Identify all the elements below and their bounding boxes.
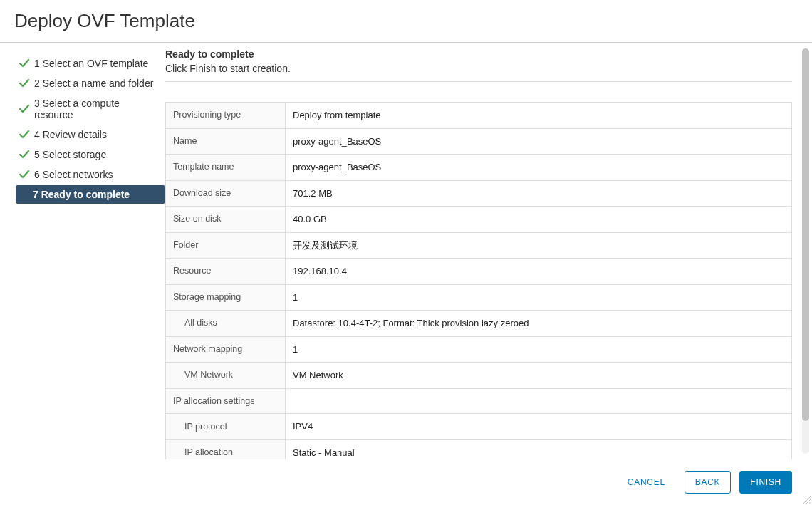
wizard-step-label: 4 Review details (34, 129, 107, 140)
wizard-step-label: 1 Select an OVF template (34, 58, 148, 69)
wizard-step-2[interactable]: 2 Select a name and folder (16, 74, 165, 93)
wizard-step-5[interactable]: 5 Select storage (16, 145, 165, 164)
wizard-step-3[interactable]: 3 Select a compute resource (16, 94, 165, 124)
ovf-deploy-dialog: Deploy OVF Template 1 Select an OVF temp… (0, 0, 812, 505)
summary-value: Deploy from template (286, 103, 792, 129)
wizard-step-6[interactable]: 6 Select networks (16, 165, 165, 184)
summary-row: Nameproxy-agent_BaseOS (166, 128, 792, 155)
summary-value: 40.0 GB (286, 207, 792, 233)
summary-row: Size on disk40.0 GB (166, 207, 792, 233)
wizard-step-4[interactable]: 4 Review details (16, 125, 165, 144)
summary-key: Size on disk (166, 207, 286, 233)
wizard-step-label: 5 Select storage (34, 149, 106, 160)
summary-key: Folder (166, 232, 286, 259)
content-wrap: Ready to complete Click Finish to start … (165, 43, 812, 459)
wizard-step-label: 6 Select networks (34, 169, 113, 180)
summary-key: IP allocation (166, 439, 286, 459)
summary-row: Download size701.2 MB (166, 180, 792, 207)
finish-button[interactable]: FINISH (739, 471, 792, 494)
back-button[interactable]: BACK (685, 471, 732, 494)
svg-line-2 (809, 502, 811, 504)
summary-row: IP allocationStatic - Manual (166, 439, 792, 459)
check-icon (19, 149, 30, 160)
summary-key: All disks (166, 311, 286, 337)
wizard-step-1[interactable]: 1 Select an OVF template (16, 54, 165, 73)
summary-value: IPV4 (286, 414, 792, 440)
summary-value: 192.168.10.4 (286, 259, 792, 285)
section-title: Ready to complete (165, 48, 792, 60)
resize-grip-icon[interactable] (802, 495, 811, 504)
summary-row: Provisioning typeDeploy from template (166, 103, 792, 129)
check-icon (19, 103, 30, 115)
summary-value: 1 (286, 284, 792, 311)
summary-row: Template nameproxy-agent_BaseOS (166, 155, 792, 181)
section-subtitle: Click Finish to start creation. (165, 63, 792, 82)
summary-value: Static - Manual (286, 439, 792, 459)
summary-key: Resource (166, 259, 286, 285)
summary-value: proxy-agent_BaseOS (286, 155, 792, 181)
dialog-footer: CANCEL BACK FINISH (0, 459, 812, 505)
summary-key: IP protocol (166, 414, 286, 440)
summary-value: 1 (286, 336, 792, 363)
summary-key: IP allocation settings (166, 388, 286, 414)
dialog-title: Deploy OVF Template (0, 0, 812, 43)
check-icon (19, 58, 30, 69)
summary-key: Name (166, 128, 286, 155)
summary-row: Folder开发及测试环境 (166, 232, 792, 259)
summary-key: Storage mapping (166, 284, 286, 311)
content: Ready to complete Click Finish to start … (165, 43, 812, 459)
summary-key: Template name (166, 155, 286, 181)
summary-row: IP protocolIPV4 (166, 414, 792, 440)
wizard-step-label: 3 Select a compute resource (34, 98, 160, 120)
summary-key: Network mapping (166, 336, 286, 363)
wizard-steps: 1 Select an OVF template2 Select a name … (0, 43, 165, 459)
check-icon (19, 169, 30, 180)
summary-row: VM NetworkVM Network (166, 363, 792, 389)
cancel-button[interactable]: CANCEL (617, 471, 676, 494)
summary-key: Download size (166, 180, 286, 207)
dialog-body: 1 Select an OVF template2 Select a name … (0, 43, 812, 459)
summary-row: Network mapping1 (166, 336, 792, 363)
summary-key: Provisioning type (166, 103, 286, 129)
wizard-step-7[interactable]: 7 Ready to complete (16, 185, 165, 204)
summary-row: Storage mapping1 (166, 284, 792, 311)
summary-row: All disksDatastore: 10.4-4T-2; Format: T… (166, 311, 792, 337)
scrollbar-thumb[interactable] (802, 48, 809, 421)
wizard-step-label: 7 Ready to complete (33, 189, 130, 200)
summary-value: 701.2 MB (286, 180, 792, 207)
summary-key: VM Network (166, 363, 286, 389)
summary-row: Resource192.168.10.4 (166, 259, 792, 285)
summary-value: VM Network (286, 363, 792, 389)
scrollbar-track[interactable] (802, 48, 809, 454)
summary-row: IP allocation settings (166, 388, 792, 414)
summary-value (286, 388, 792, 414)
check-icon (19, 129, 30, 140)
summary-value: proxy-agent_BaseOS (286, 128, 792, 155)
summary-value: 开发及测试环境 (286, 232, 792, 259)
summary-value: Datastore: 10.4-4T-2; Format: Thick prov… (286, 311, 792, 337)
wizard-step-label: 2 Select a name and folder (34, 78, 153, 89)
summary-table: Provisioning typeDeploy from templateNam… (165, 102, 792, 459)
check-icon (19, 78, 30, 89)
